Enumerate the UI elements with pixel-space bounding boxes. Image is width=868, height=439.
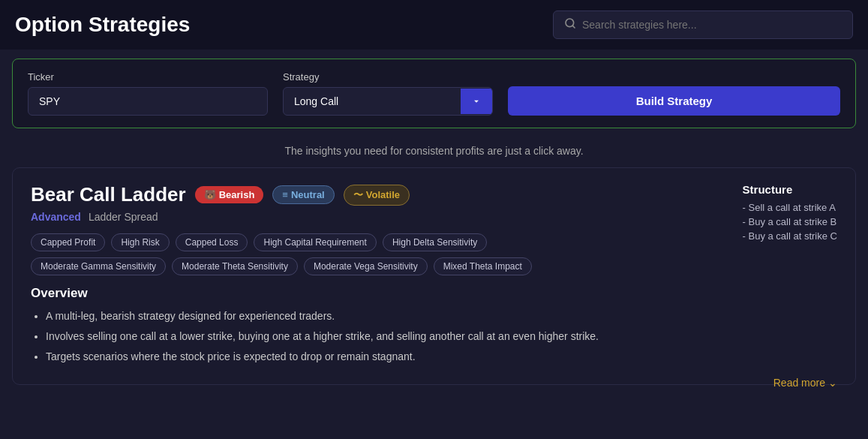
- strategy-label: Strategy: [283, 71, 493, 83]
- structure-panel: Structure - Sell a call at strike A - Bu…: [743, 183, 837, 245]
- structure-item-2: - Buy a call at strike B: [743, 216, 837, 227]
- tag-high-capital: High Capital Requirement: [254, 233, 376, 251]
- strategy-dropdown-button[interactable]: [461, 89, 492, 114]
- badge-bearish: 🐻 Bearish: [195, 186, 264, 203]
- badge-volatile: 〜 Volatile: [344, 185, 410, 206]
- tags-row-1: Capped Profit High Risk Capped Loss High…: [31, 233, 837, 251]
- search-input[interactable]: [582, 19, 842, 31]
- ticker-input[interactable]: [28, 87, 268, 116]
- strategy-name: Bear Call Ladder: [31, 183, 186, 206]
- chevron-down-icon: ⌄: [828, 377, 837, 389]
- tag-capped-profit: Capped Profit: [31, 233, 105, 251]
- strategy-select[interactable]: Long Call: [283, 87, 493, 116]
- strategy-select-value: Long Call: [284, 88, 461, 115]
- read-more-link[interactable]: Read more ⌄: [773, 377, 837, 389]
- tagline: The insights you need for consistent pro…: [0, 137, 868, 167]
- search-bar[interactable]: [553, 11, 853, 39]
- strategy-type: Ladder Spread: [89, 211, 158, 223]
- controls-panel: Ticker Strategy Long Call Build Strategy: [12, 59, 856, 128]
- badge-neutral: ≡ Neutral: [272, 185, 334, 204]
- tag-mod-gamma: Moderate Gamma Sensitivity: [31, 257, 166, 275]
- strategy-card: Structure - Sell a call at strike A - Bu…: [12, 167, 856, 385]
- overview-title: Overview: [31, 286, 837, 301]
- structure-title: Structure: [743, 183, 837, 196]
- tag-high-risk: High Risk: [111, 233, 169, 251]
- card-header: Bear Call Ladder 🐻 Bearish ≡ Neutral 〜 V…: [31, 183, 837, 206]
- ticker-group: Ticker: [28, 71, 268, 116]
- tag-mod-theta: Moderate Theta Sensitivity: [172, 257, 298, 275]
- overview-item-2: Involves selling one call at a lower str…: [46, 329, 837, 344]
- tag-capped-loss: Capped Loss: [176, 233, 248, 251]
- app-header: Option Strategies: [0, 0, 868, 50]
- structure-item-1: - Sell a call at strike A: [743, 202, 837, 213]
- strategy-level: Advanced: [31, 211, 81, 223]
- overview-list: A multi-leg, bearish strategy designed f…: [31, 308, 837, 365]
- strategy-group: Strategy Long Call: [283, 71, 493, 116]
- tag-mod-vega: Moderate Vega Sensitivity: [304, 257, 428, 275]
- search-icon: [564, 17, 576, 32]
- tags-row-2: Moderate Gamma Sensitivity Moderate Thet…: [31, 257, 837, 275]
- ticker-label: Ticker: [28, 71, 268, 83]
- svg-line-1: [572, 26, 575, 28]
- tag-high-delta: High Delta Sensitivity: [383, 233, 487, 251]
- tag-mixed-theta: Mixed Theta Impact: [434, 257, 532, 275]
- build-strategy-button[interactable]: Build Strategy: [508, 86, 840, 116]
- structure-item-3: - Buy a call at strike C: [743, 230, 837, 242]
- app-title: Option Strategies: [15, 13, 190, 37]
- overview-item-1: A multi-leg, bearish strategy designed f…: [46, 308, 837, 324]
- overview-item-3: Targets scenarios where the stock price …: [46, 349, 837, 365]
- card-subtitle: Advanced Ladder Spread: [31, 211, 837, 223]
